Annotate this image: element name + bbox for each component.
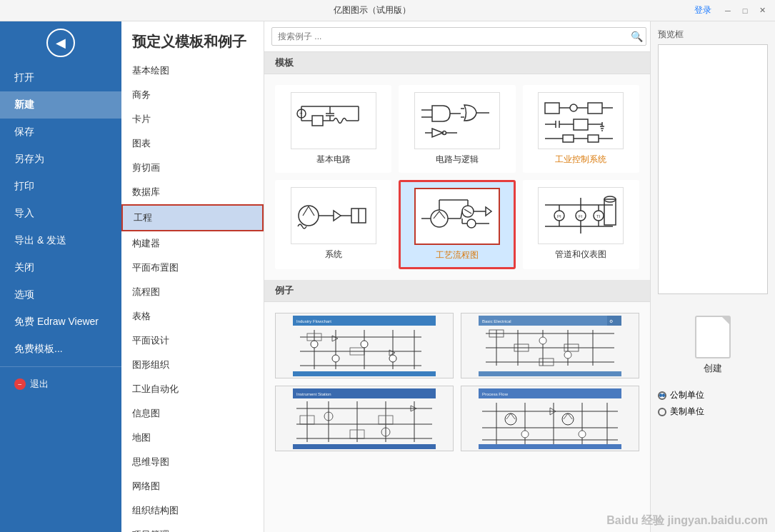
example-thumb-2: Basic Electrical bbox=[461, 313, 639, 378]
search-input[interactable] bbox=[271, 27, 646, 46]
template-item-process-flow[interactable]: 工艺流程图 bbox=[399, 180, 515, 269]
svg-point-114 bbox=[564, 351, 571, 358]
template-item-industrial-control[interactable]: 工业控制系统 bbox=[523, 85, 639, 173]
minimize-button[interactable]: ─ bbox=[722, 5, 734, 16]
template-thumb-system bbox=[291, 187, 376, 244]
template-label-basic-circuit: 基本电路 bbox=[316, 154, 351, 166]
example-item-2[interactable]: Basic Electrical bbox=[461, 313, 639, 378]
login-link[interactable]: 登录 bbox=[694, 4, 711, 16]
category-item-表格[interactable]: 表格 bbox=[121, 304, 264, 328]
back-button[interactable]: ◀ bbox=[46, 29, 75, 57]
template-thumb-basic-circuit: + bbox=[291, 92, 376, 149]
close-button[interactable]: ✕ bbox=[756, 5, 768, 16]
category-item-地图[interactable]: 地图 bbox=[121, 426, 264, 450]
category-list: 基本绘图 商务 卡片 图表 剪切画 数据库 工程 构建器 平面布置图 流程图 表… bbox=[121, 59, 264, 532]
sidebar-item-free-viewer[interactable]: 免费 Edraw Viewer bbox=[0, 308, 121, 336]
category-item-信息图[interactable]: 信息图 bbox=[121, 401, 264, 426]
svg-point-93 bbox=[389, 355, 396, 362]
sidebar-item-open[interactable]: 打开 bbox=[0, 64, 121, 91]
metric-radio-circle bbox=[658, 391, 666, 400]
template-thumb-industrial-control bbox=[538, 92, 624, 149]
category-item-流程图[interactable]: 流程图 bbox=[121, 280, 264, 304]
category-panel: 预定义模板和例子 基本绘图 商务 卡片 图表 剪切画 数据库 工程 构建器 平面… bbox=[121, 21, 264, 532]
template-label-industrial-control: 工业控制系统 bbox=[555, 154, 606, 166]
content-area: 预定义模板和例子 基本绘图 商务 卡片 图表 剪切画 数据库 工程 构建器 平面… bbox=[121, 21, 775, 532]
svg-marker-63 bbox=[486, 207, 491, 216]
svg-marker-96 bbox=[332, 336, 338, 341]
sidebar-item-save[interactable]: 保存 bbox=[0, 119, 121, 146]
svg-text:+: + bbox=[299, 110, 303, 116]
category-item-平面设计[interactable]: 平面设计 bbox=[121, 328, 264, 353]
templates-section-header: 模板 bbox=[264, 52, 650, 74]
window-controls: ─ □ ✕ bbox=[722, 5, 768, 16]
metric-radio[interactable]: 公制单位 bbox=[658, 389, 768, 401]
sidebar-item-print[interactable]: 打印 bbox=[0, 173, 121, 200]
svg-rect-23 bbox=[545, 103, 559, 114]
template-item-pipe-instrument[interactable]: PI FI TI 管道和仪表图 bbox=[523, 180, 639, 269]
create-button[interactable]: 创建 bbox=[695, 316, 731, 375]
titlebar-title: 亿图图示（试用版） bbox=[50, 4, 694, 16]
example-item-3[interactable]: Instrument Station bbox=[275, 386, 454, 451]
sidebar-item-free-template[interactable]: 免费模板... bbox=[0, 336, 121, 363]
category-item-数据库[interactable]: 数据库 bbox=[121, 180, 264, 204]
titlebar: 亿图图示（试用版） 登录 ─ □ ✕ bbox=[0, 0, 775, 21]
example-thumb-4: Process Flow bbox=[461, 386, 639, 451]
svg-line-45 bbox=[303, 206, 309, 216]
exit-label: 退出 bbox=[30, 378, 49, 391]
svg-rect-98 bbox=[293, 371, 436, 376]
category-item-项目管理[interactable]: 项目管理 bbox=[121, 523, 264, 532]
imperial-radio-circle bbox=[658, 408, 666, 416]
category-item-思维导图[interactable]: 思维导图 bbox=[121, 450, 264, 474]
template-item-basic-circuit[interactable]: + 基本电路 bbox=[275, 85, 391, 173]
sidebar-item-new[interactable]: 新建 bbox=[0, 91, 121, 119]
example-item-4[interactable]: Process Flow bbox=[461, 386, 639, 451]
category-item-卡片[interactable]: 卡片 bbox=[121, 107, 264, 131]
svg-point-57 bbox=[467, 219, 476, 228]
templates-scrollable[interactable]: 模板 bbox=[264, 52, 650, 532]
category-item-工业自动化[interactable]: 工业自动化 bbox=[121, 377, 264, 401]
sidebar-item-close[interactable]: 关闭 bbox=[0, 254, 121, 281]
svg-text:TI: TI bbox=[596, 214, 601, 219]
examples-section-header: 例子 bbox=[264, 280, 650, 302]
svg-marker-20 bbox=[432, 129, 443, 137]
svg-rect-78 bbox=[604, 199, 616, 225]
svg-rect-40 bbox=[563, 135, 574, 142]
create-icon bbox=[695, 316, 731, 358]
category-item-网络图[interactable]: 网络图 bbox=[121, 474, 264, 498]
category-item-组织结构图[interactable]: 组织结构图 bbox=[121, 498, 264, 523]
svg-point-148 bbox=[579, 431, 586, 438]
category-item-基本绘图[interactable]: 基本绘图 bbox=[121, 59, 264, 83]
category-item-剪切画[interactable]: 剪切画 bbox=[121, 156, 264, 180]
svg-text:⚙: ⚙ bbox=[609, 319, 613, 323]
example-item-1[interactable]: Industry Flowchart bbox=[275, 313, 454, 378]
svg-rect-1 bbox=[312, 116, 323, 126]
svg-point-91 bbox=[332, 355, 339, 362]
template-label-process-flow: 工艺流程图 bbox=[436, 249, 479, 261]
template-item-logic-circuit[interactable]: 电路与逻辑 bbox=[399, 85, 515, 173]
category-item-商务[interactable]: 商务 bbox=[121, 83, 264, 107]
svg-rect-117 bbox=[479, 371, 621, 376]
sidebar-item-export[interactable]: 导出 & 发送 bbox=[0, 227, 121, 254]
template-thumb-logic-circuit bbox=[414, 92, 500, 149]
search-bar: 🔍 bbox=[264, 21, 650, 52]
maximize-button[interactable]: □ bbox=[739, 5, 751, 16]
search-icon[interactable]: 🔍 bbox=[631, 31, 643, 42]
template-item-system[interactable]: 系统 bbox=[275, 180, 391, 269]
svg-point-44 bbox=[299, 206, 319, 226]
main-container: ◀ 打开 新建 保存 另存为 打印 导入 导出 & 发送 关闭 选项 免费 Ed… bbox=[0, 21, 775, 532]
preview-label: 预览框 bbox=[658, 29, 768, 41]
svg-rect-33 bbox=[574, 119, 588, 130]
category-item-平面布置图[interactable]: 平面布置图 bbox=[121, 256, 264, 280]
right-panel: 预览框 创建 公制单位 美制单位 bbox=[650, 21, 775, 532]
sidebar-item-exit[interactable]: − 退出 bbox=[0, 371, 121, 398]
category-item-工程[interactable]: 工程 bbox=[121, 204, 264, 231]
category-item-图形组织[interactable]: 图形组织 bbox=[121, 353, 264, 377]
sidebar-item-saveas[interactable]: 另存为 bbox=[0, 146, 121, 173]
imperial-radio[interactable]: 美制单位 bbox=[658, 406, 768, 418]
template-thumb-pipe-instrument: PI FI TI bbox=[538, 187, 624, 244]
category-item-图表[interactable]: 图表 bbox=[121, 131, 264, 156]
sidebar-item-options[interactable]: 选项 bbox=[0, 281, 121, 308]
create-label: 创建 bbox=[704, 362, 722, 375]
sidebar-item-import[interactable]: 导入 bbox=[0, 200, 121, 227]
category-item-构建器[interactable]: 构建器 bbox=[121, 231, 264, 256]
